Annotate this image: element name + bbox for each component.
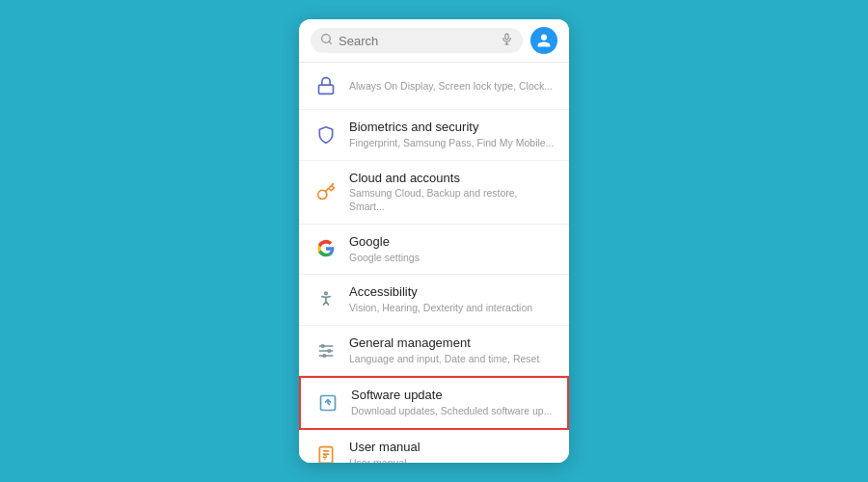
accessibility-title: Accessibility: [349, 284, 556, 301]
lock-screen-subtitle: Always On Display, Screen lock type, Clo…: [349, 80, 556, 94]
cloud-subtitle: Samsung Cloud, Backup and restore, Smart…: [349, 187, 556, 213]
general-management-text: General management Language and input, D…: [349, 335, 556, 366]
svg-point-6: [325, 292, 328, 295]
settings-item-accessibility[interactable]: Accessibility Vision, Hearing, Dexterity…: [299, 275, 569, 326]
google-text: Google Google settings: [349, 234, 556, 265]
settings-item-cloud[interactable]: Cloud and accounts Samsung Cloud, Backup…: [299, 161, 569, 225]
search-bar: [299, 19, 569, 63]
accessibility-icon: [312, 286, 339, 313]
profile-button[interactable]: [530, 27, 557, 54]
settings-list: Always On Display, Screen lock type, Clo…: [299, 63, 569, 463]
settings-item-general-management[interactable]: General management Language and input, D…: [299, 326, 569, 377]
cloud-text: Cloud and accounts Samsung Cloud, Backup…: [349, 171, 556, 214]
phone-panel: Always On Display, Screen lock type, Clo…: [299, 19, 569, 463]
settings-item-lock-screen[interactable]: Always On Display, Screen lock type, Clo…: [299, 63, 569, 110]
google-icon: [312, 235, 339, 262]
mic-icon: [501, 33, 513, 48]
software-update-title: Software update: [351, 388, 554, 404]
lock-screen-icon: [312, 72, 339, 99]
svg-rect-2: [505, 34, 508, 40]
google-subtitle: Google settings: [349, 252, 556, 265]
search-icon: [320, 33, 333, 48]
general-management-subtitle: Language and input, Date and time, Reset: [349, 353, 556, 366]
person-icon: [536, 33, 552, 48]
user-manual-icon: ?: [312, 442, 339, 463]
general-management-icon: [312, 337, 339, 364]
lock-screen-text: Always On Display, Screen lock type, Clo…: [349, 79, 556, 94]
software-update-icon: [314, 389, 341, 416]
biometrics-subtitle: Fingerprint, Samsung Pass, Find My Mobil…: [349, 137, 556, 150]
svg-point-12: [323, 354, 326, 357]
google-title: Google: [349, 234, 556, 251]
svg-point-10: [321, 344, 324, 347]
settings-item-biometrics[interactable]: Biometrics and security Fingerprint, Sam…: [299, 110, 569, 161]
settings-item-google[interactable]: Google Google settings: [299, 225, 569, 276]
svg-text:?: ?: [323, 453, 328, 462]
general-management-title: General management: [349, 335, 556, 352]
svg-rect-5: [319, 85, 334, 94]
user-manual-subtitle: User manual: [349, 457, 556, 463]
search-input-wrapper[interactable]: [311, 28, 523, 53]
accessibility-subtitle: Vision, Hearing, Dexterity and interacti…: [349, 302, 556, 315]
cloud-title: Cloud and accounts: [349, 171, 556, 187]
user-manual-text: User manual User manual: [349, 440, 556, 463]
svg-line-1: [329, 41, 331, 43]
software-update-subtitle: Download updates, Scheduled software up.…: [351, 405, 554, 418]
svg-point-11: [328, 349, 331, 352]
software-update-text: Software update Download updates, Schedu…: [351, 388, 554, 418]
settings-item-user-manual[interactable]: ? User manual User manual: [299, 430, 569, 463]
biometrics-icon: [312, 121, 339, 148]
search-input[interactable]: [339, 34, 495, 48]
cloud-icon: [312, 178, 339, 205]
settings-item-software-update[interactable]: Software update Download updates, Schedu…: [299, 376, 569, 430]
accessibility-text: Accessibility Vision, Hearing, Dexterity…: [349, 284, 556, 315]
biometrics-title: Biometrics and security: [349, 120, 556, 136]
user-manual-title: User manual: [349, 440, 556, 456]
biometrics-text: Biometrics and security Fingerprint, Sam…: [349, 120, 556, 150]
